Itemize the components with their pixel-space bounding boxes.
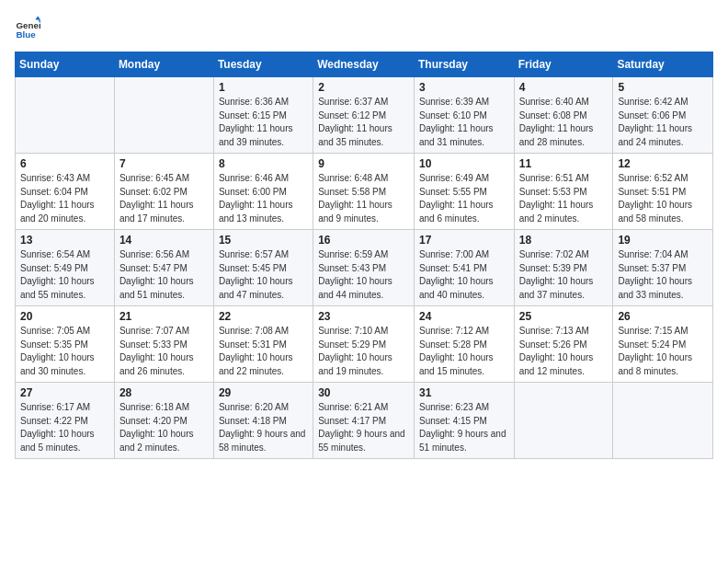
- calendar-cell: 19Sunrise: 7:04 AM Sunset: 5:37 PM Dayli…: [613, 230, 713, 306]
- page-header: General Blue: [15, 15, 713, 40]
- calendar-week-row: 13Sunrise: 6:54 AM Sunset: 5:49 PM Dayli…: [16, 230, 713, 306]
- calendar-cell: [114, 77, 213, 154]
- calendar-cell: [514, 383, 613, 459]
- day-info: Sunrise: 7:04 AM Sunset: 5:37 PM Dayligh…: [618, 248, 708, 302]
- day-number: 30: [318, 386, 409, 399]
- day-number: 14: [119, 234, 209, 247]
- day-info: Sunrise: 7:15 AM Sunset: 5:24 PM Dayligh…: [618, 325, 708, 378]
- day-info: Sunrise: 6:45 AM Sunset: 6:02 PM Dayligh…: [119, 172, 209, 225]
- day-info: Sunrise: 7:10 AM Sunset: 5:29 PM Dayligh…: [318, 325, 409, 378]
- calendar-cell: 2Sunrise: 6:37 AM Sunset: 6:12 PM Daylig…: [313, 77, 415, 154]
- day-number: 8: [219, 157, 308, 170]
- calendar-cell: 29Sunrise: 6:20 AM Sunset: 4:18 PM Dayli…: [213, 383, 313, 459]
- logo: General Blue: [15, 15, 40, 40]
- calendar-cell: 26Sunrise: 7:15 AM Sunset: 5:24 PM Dayli…: [613, 306, 713, 383]
- day-info: Sunrise: 7:02 AM Sunset: 5:39 PM Dayligh…: [519, 248, 609, 302]
- day-info: Sunrise: 7:05 AM Sunset: 5:35 PM Dayligh…: [20, 325, 109, 378]
- day-number: 17: [419, 234, 509, 247]
- day-info: Sunrise: 6:48 AM Sunset: 5:58 PM Dayligh…: [318, 172, 409, 225]
- day-number: 11: [519, 157, 609, 170]
- day-number: 7: [119, 157, 209, 170]
- day-info: Sunrise: 6:51 AM Sunset: 5:53 PM Dayligh…: [519, 172, 609, 225]
- day-number: 4: [519, 81, 609, 94]
- day-info: Sunrise: 6:36 AM Sunset: 6:15 PM Dayligh…: [219, 96, 308, 149]
- day-number: 28: [119, 386, 209, 399]
- svg-marker-2: [35, 16, 40, 19]
- day-info: Sunrise: 6:54 AM Sunset: 5:49 PM Dayligh…: [20, 248, 109, 302]
- svg-text:Blue: Blue: [16, 29, 36, 40]
- day-number: 9: [318, 157, 409, 170]
- day-number: 24: [419, 310, 509, 323]
- calendar-cell: 13Sunrise: 6:54 AM Sunset: 5:49 PM Dayli…: [16, 230, 115, 306]
- calendar-cell: 11Sunrise: 6:51 AM Sunset: 5:53 PM Dayli…: [514, 154, 613, 230]
- calendar-cell: 23Sunrise: 7:10 AM Sunset: 5:29 PM Dayli…: [313, 306, 415, 383]
- calendar-cell: 5Sunrise: 6:42 AM Sunset: 6:06 PM Daylig…: [613, 77, 713, 154]
- day-number: 31: [419, 386, 509, 399]
- day-info: Sunrise: 6:40 AM Sunset: 6:08 PM Dayligh…: [519, 96, 609, 149]
- calendar-week-row: 6Sunrise: 6:43 AM Sunset: 6:04 PM Daylig…: [16, 154, 713, 230]
- calendar-cell: 28Sunrise: 6:18 AM Sunset: 4:20 PM Dayli…: [114, 383, 213, 459]
- calendar-week-row: 20Sunrise: 7:05 AM Sunset: 5:35 PM Dayli…: [16, 306, 713, 383]
- day-number: 1: [219, 81, 308, 94]
- day-number: 10: [419, 157, 509, 170]
- calendar-cell: 14Sunrise: 6:56 AM Sunset: 5:47 PM Dayli…: [114, 230, 213, 306]
- calendar-cell: 7Sunrise: 6:45 AM Sunset: 6:02 PM Daylig…: [114, 154, 213, 230]
- calendar-cell: 21Sunrise: 7:07 AM Sunset: 5:33 PM Dayli…: [114, 306, 213, 383]
- calendar-cell: [16, 77, 115, 154]
- calendar-cell: 4Sunrise: 6:40 AM Sunset: 6:08 PM Daylig…: [514, 77, 613, 154]
- day-number: 3: [419, 81, 509, 94]
- day-number: 21: [119, 310, 209, 323]
- calendar-cell: 17Sunrise: 7:00 AM Sunset: 5:41 PM Dayli…: [414, 230, 514, 306]
- day-info: Sunrise: 7:08 AM Sunset: 5:31 PM Dayligh…: [219, 325, 308, 378]
- calendar-cell: 8Sunrise: 6:46 AM Sunset: 6:00 PM Daylig…: [213, 154, 313, 230]
- day-of-week-header: Wednesday: [313, 52, 415, 77]
- day-info: Sunrise: 7:12 AM Sunset: 5:28 PM Dayligh…: [419, 325, 509, 378]
- calendar-cell: 3Sunrise: 6:39 AM Sunset: 6:10 PM Daylig…: [414, 77, 514, 154]
- calendar-cell: 10Sunrise: 6:49 AM Sunset: 5:55 PM Dayli…: [414, 154, 514, 230]
- day-info: Sunrise: 7:13 AM Sunset: 5:26 PM Dayligh…: [519, 325, 609, 378]
- day-number: 20: [20, 310, 109, 323]
- day-info: Sunrise: 6:46 AM Sunset: 6:00 PM Dayligh…: [219, 172, 308, 225]
- calendar-table: SundayMondayTuesdayWednesdayThursdayFrid…: [15, 52, 713, 459]
- day-number: 23: [318, 310, 409, 323]
- calendar-cell: 24Sunrise: 7:12 AM Sunset: 5:28 PM Dayli…: [414, 306, 514, 383]
- day-number: 5: [618, 81, 708, 94]
- day-number: 19: [618, 234, 708, 247]
- day-info: Sunrise: 6:57 AM Sunset: 5:45 PM Dayligh…: [219, 248, 308, 302]
- day-number: 18: [519, 234, 609, 247]
- day-of-week-header: Thursday: [414, 52, 514, 77]
- calendar-cell: 27Sunrise: 6:17 AM Sunset: 4:22 PM Dayli…: [16, 383, 115, 459]
- day-number: 26: [618, 310, 708, 323]
- day-info: Sunrise: 6:20 AM Sunset: 4:18 PM Dayligh…: [219, 401, 308, 454]
- day-info: Sunrise: 7:00 AM Sunset: 5:41 PM Dayligh…: [419, 248, 509, 302]
- calendar-cell: 22Sunrise: 7:08 AM Sunset: 5:31 PM Dayli…: [213, 306, 313, 383]
- day-info: Sunrise: 6:56 AM Sunset: 5:47 PM Dayligh…: [119, 248, 209, 302]
- day-number: 16: [318, 234, 409, 247]
- day-number: 2: [318, 81, 409, 94]
- day-info: Sunrise: 6:21 AM Sunset: 4:17 PM Dayligh…: [318, 401, 409, 454]
- day-number: 13: [20, 234, 109, 247]
- calendar-week-row: 27Sunrise: 6:17 AM Sunset: 4:22 PM Dayli…: [16, 383, 713, 459]
- calendar-body: 1Sunrise: 6:36 AM Sunset: 6:15 PM Daylig…: [16, 77, 713, 459]
- day-info: Sunrise: 6:23 AM Sunset: 4:15 PM Dayligh…: [419, 401, 509, 454]
- calendar-cell: 15Sunrise: 6:57 AM Sunset: 5:45 PM Dayli…: [213, 230, 313, 306]
- day-of-week-header: Saturday: [613, 52, 713, 77]
- day-number: 6: [20, 157, 109, 170]
- calendar-cell: 20Sunrise: 7:05 AM Sunset: 5:35 PM Dayli…: [16, 306, 115, 383]
- day-info: Sunrise: 6:17 AM Sunset: 4:22 PM Dayligh…: [20, 401, 109, 454]
- logo-icon: General Blue: [15, 15, 40, 40]
- day-info: Sunrise: 6:18 AM Sunset: 4:20 PM Dayligh…: [119, 401, 209, 454]
- calendar-cell: 9Sunrise: 6:48 AM Sunset: 5:58 PM Daylig…: [313, 154, 415, 230]
- calendar-cell: 1Sunrise: 6:36 AM Sunset: 6:15 PM Daylig…: [213, 77, 313, 154]
- day-info: Sunrise: 7:07 AM Sunset: 5:33 PM Dayligh…: [119, 325, 209, 378]
- calendar-cell: 30Sunrise: 6:21 AM Sunset: 4:17 PM Dayli…: [313, 383, 415, 459]
- day-number: 15: [219, 234, 308, 247]
- calendar-week-row: 1Sunrise: 6:36 AM Sunset: 6:15 PM Daylig…: [16, 77, 713, 154]
- day-number: 25: [519, 310, 609, 323]
- calendar-cell: 25Sunrise: 7:13 AM Sunset: 5:26 PM Dayli…: [514, 306, 613, 383]
- day-of-week-header: Sunday: [16, 52, 115, 77]
- calendar-cell: [613, 383, 713, 459]
- day-of-week-header: Friday: [514, 52, 613, 77]
- day-info: Sunrise: 6:43 AM Sunset: 6:04 PM Dayligh…: [20, 172, 109, 225]
- day-info: Sunrise: 6:59 AM Sunset: 5:43 PM Dayligh…: [318, 248, 409, 302]
